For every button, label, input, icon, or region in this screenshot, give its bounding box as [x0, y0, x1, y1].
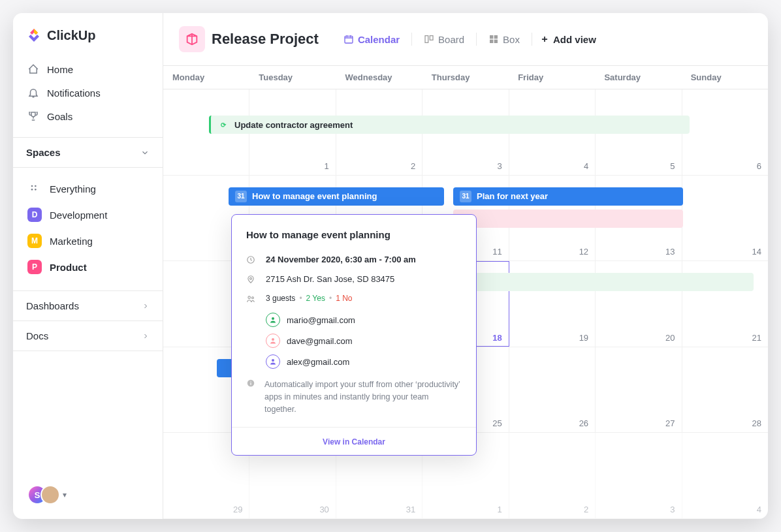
svg-point-14 [251, 297, 253, 299]
svg-rect-9 [490, 40, 493, 43]
calendar-row: ⟳Update contractor agreement 1 2 3 4 5 6 [163, 89, 768, 176]
chevron-right-icon [142, 302, 150, 310]
clickup-logo-icon [26, 27, 42, 43]
space-badge: M [27, 234, 42, 248]
popup-guests: 3 guests•2 Yes•1 No [232, 290, 476, 309]
popup-title: How to manage event planning [232, 229, 476, 251]
svg-rect-10 [494, 40, 498, 43]
day-header: Tuesday [249, 66, 336, 89]
guest-item[interactable]: dave@gmail.com [266, 330, 462, 351]
person-icon [266, 334, 280, 348]
svg-point-15 [272, 317, 274, 320]
nav-list: Home Notifications Goals [13, 55, 163, 137]
spaces-header[interactable]: Spaces [13, 137, 163, 168]
day-header: Saturday [595, 66, 681, 89]
spaces-list: Everything DDevelopment MMarketing PProd… [13, 168, 163, 291]
logo-text: ClickUp [47, 28, 95, 43]
board-icon [424, 34, 434, 44]
tab-calendar[interactable]: Calendar [336, 30, 407, 49]
nav-goals[interactable]: Goals [18, 104, 157, 128]
pin-icon [246, 275, 257, 286]
svg-point-13 [248, 296, 251, 299]
user-switcher[interactable]: S ▾ [27, 485, 67, 505]
space-everything[interactable]: Everything [22, 176, 153, 202]
view-tabs: Calendar Board Box Add view [336, 30, 596, 49]
view-in-calendar-link[interactable]: View in Calendar [323, 437, 385, 446]
svg-point-16 [272, 338, 274, 341]
svg-rect-7 [490, 35, 493, 39]
event-plan[interactable]: 31Plan for next year [453, 187, 683, 206]
calendar-header: Monday Tuesday Wednesday Thursday Friday… [163, 66, 768, 89]
popup-datetime: 24 November 2020, 6:30 am - 7:00 am [232, 251, 476, 270]
space-product[interactable]: PProduct [22, 254, 153, 280]
calendar-date-icon: 31 [460, 191, 471, 202]
guest-list: mario@gmail.com dave@gmail.com alex@gmai… [232, 309, 476, 372]
space-marketing[interactable]: MMarketing [22, 228, 153, 254]
trophy-icon [27, 110, 39, 122]
home-icon [27, 63, 39, 75]
svg-point-1 [35, 185, 37, 187]
event-manage[interactable]: 31How to manage event planning [229, 187, 444, 206]
docs-link[interactable]: Docs [13, 321, 163, 351]
space-badge: D [27, 208, 42, 222]
box-icon [488, 34, 499, 44]
sidebar: ClickUp Home Notifications Goals Spaces … [13, 13, 163, 519]
project-icon [179, 26, 205, 52]
plus-icon [540, 35, 549, 44]
svg-point-12 [250, 277, 252, 279]
chevron-right-icon [142, 332, 150, 340]
event-green[interactable] [453, 273, 754, 291]
calendar-cell[interactable]: 14 [682, 176, 768, 261]
event-contractor[interactable]: ⟳Update contractor agreement [209, 116, 690, 134]
dashboards-link[interactable]: Dashboards [13, 291, 163, 321]
app-window: ClickUp Home Notifications Goals Spaces … [13, 13, 768, 519]
svg-point-3 [35, 189, 37, 191]
space-development[interactable]: DDevelopment [22, 202, 153, 228]
svg-rect-5 [425, 36, 428, 43]
svg-point-0 [31, 185, 33, 187]
guest-item[interactable]: mario@gmail.com [266, 309, 462, 330]
day-header: Thursday [422, 66, 509, 89]
nav-home[interactable]: Home [18, 57, 157, 81]
person-icon [266, 313, 280, 327]
calendar-cell[interactable]: 6 [682, 89, 768, 175]
add-view-button[interactable]: Add view [540, 34, 596, 45]
toolbar: Release Project Calendar Board Box Add v… [163, 13, 768, 66]
svg-rect-19 [250, 383, 251, 385]
popup-address: 2715 Ash Dr. San Jose, SD 83475 [232, 270, 476, 290]
project-title: Release Project [212, 31, 319, 48]
chevron-down-icon [140, 148, 150, 157]
guest-item[interactable]: alex@gmail.com [266, 351, 462, 372]
event-popup: How to manage event planning 24 November… [231, 214, 477, 456]
tab-box[interactable]: Box [481, 30, 528, 49]
calendar-cell[interactable]: 26 [509, 347, 596, 433]
info-icon [246, 379, 255, 415]
day-header: Wednesday [336, 66, 422, 89]
event-pink[interactable] [453, 210, 683, 228]
calendar-cell[interactable]: 28 [682, 347, 768, 433]
bell-icon [27, 87, 39, 99]
space-badge: P [27, 260, 42, 274]
svg-point-20 [250, 381, 251, 381]
tab-board[interactable]: Board [416, 30, 472, 49]
svg-point-2 [31, 189, 33, 191]
sync-icon: ⟳ [217, 119, 229, 131]
svg-rect-8 [494, 35, 498, 39]
svg-rect-6 [430, 36, 433, 40]
calendar-date-icon: 31 [235, 191, 247, 202]
clock-icon [246, 255, 257, 266]
calendar-icon [343, 34, 354, 44]
avatar [40, 485, 60, 505]
svg-point-17 [272, 359, 274, 362]
calendar-cell[interactable]: 3 [596, 433, 682, 518]
calendar-cell[interactable]: 4 [682, 433, 768, 518]
day-header: Sunday [682, 66, 768, 89]
nav-notifications[interactable]: Notifications [18, 81, 157, 104]
calendar-cell[interactable]: 27 [596, 347, 682, 433]
popup-footer: View in Calendar [232, 427, 476, 455]
person-icon [266, 354, 280, 369]
day-header: Friday [509, 66, 595, 89]
calendar-cell[interactable]: 2 [509, 433, 596, 518]
logo[interactable]: ClickUp [13, 13, 163, 55]
people-icon [246, 294, 257, 305]
